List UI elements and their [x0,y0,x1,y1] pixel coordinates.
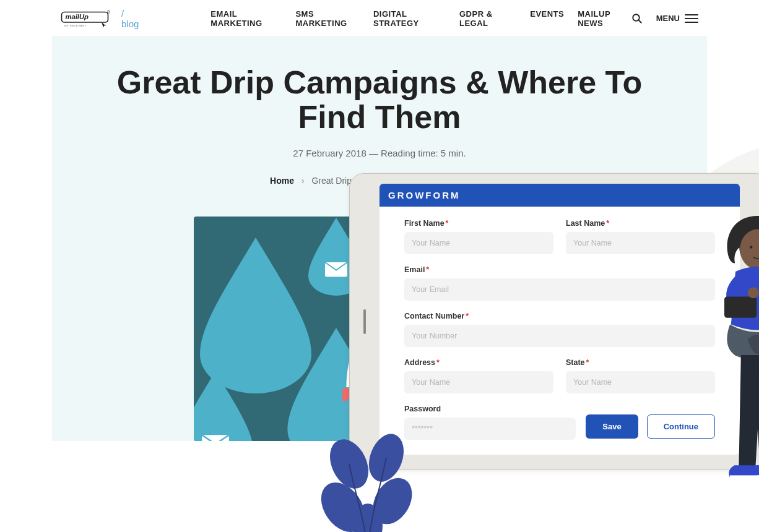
svg-rect-21 [757,475,759,478]
nav-gdpr-legal[interactable]: GDPR & LEGAL [459,9,516,28]
svg-rect-20 [730,475,759,478]
nav-digital-strategy[interactable]: DIGITAL STRATEGY [373,9,446,28]
primary-nav: EMAIL MARKETING SMS MARKETING DIGITAL ST… [210,9,631,28]
first-name-label: First Name* [404,219,553,228]
hamburger-icon [685,14,698,23]
tablet-camera [363,309,366,334]
nav-email-marketing[interactable]: EMAIL MARKETING [210,9,282,28]
menu-toggle[interactable]: MENU [656,14,698,23]
growform-body: First Name* Last Name* Email* [380,207,740,455]
svg-text:BE RELEVANT: BE RELEVANT [64,24,87,27]
password-label: Password [404,405,576,413]
contact-label: Contact Number* [404,312,715,320]
email-label: Email* [404,265,715,274]
post-date: 27 February 2018 [293,148,366,158]
breadcrumb-home[interactable]: Home [270,176,294,186]
nav-events[interactable]: EVENTS [530,9,564,28]
mailup-logo: mailUp ® BE RELEVANT [61,9,116,28]
state-input[interactable] [566,371,715,393]
logo-block[interactable]: mailUp ® BE RELEVANT / blog [61,8,142,29]
nav-sms-marketing[interactable]: SMS MARKETING [295,9,360,28]
growform-brand-bar: GROWFORM [380,184,740,207]
svg-text:®: ® [107,10,110,14]
site-header: mailUp ® BE RELEVANT / blog EMAIL MARKET… [52,0,707,37]
breadcrumb-sep: › [301,176,305,186]
post-reading-time: Reading time: 5 min. [381,148,466,158]
save-button[interactable]: Save [586,414,638,439]
svg-line-5 [638,20,641,23]
last-name-label: Last Name* [566,219,715,228]
state-label: State* [566,358,715,367]
post-meta: 27 February 2018 — Reading time: 5 min. [52,148,707,158]
email-input[interactable] [404,278,715,301]
address-input[interactable] [404,371,553,393]
password-input[interactable] [404,418,576,440]
last-name-input[interactable] [566,232,715,254]
logo-subtitle[interactable]: / blog [121,8,142,29]
menu-label: MENU [656,14,680,23]
page-title: Great Drip Campaigns & Where To Find The… [101,65,658,134]
contact-input[interactable] [404,325,715,347]
search-icon[interactable] [631,13,643,24]
tablet-frame: GROWFORM First Name* Last Name* [349,173,759,470]
nav-mailup-news[interactable]: MAILUP NEWS [578,9,631,28]
address-label: Address* [404,358,553,367]
svg-text:mailUp: mailUp [65,13,89,20]
first-name-input[interactable] [404,232,553,254]
continue-button[interactable]: Continue [647,414,715,439]
